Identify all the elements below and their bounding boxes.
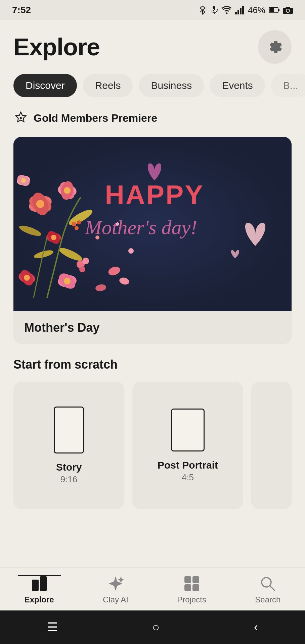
- wifi-icon: [222, 6, 232, 14]
- projects-nav-icon: [183, 575, 201, 592]
- android-back-btn[interactable]: ‹: [254, 620, 258, 634]
- svg-point-46: [77, 220, 81, 224]
- bluetooth-icon: [199, 5, 206, 15]
- clay-ai-nav-icon: [107, 575, 124, 592]
- svg-point-13: [36, 200, 44, 208]
- nav-item-search[interactable]: Search: [248, 575, 287, 604]
- tab-reels[interactable]: Reels: [83, 74, 133, 97]
- story-format-icon: [54, 407, 84, 453]
- post-portrait-label: Post Portrait: [158, 460, 218, 471]
- svg-rect-49: [40, 576, 47, 591]
- svg-point-30: [24, 275, 30, 281]
- page-title: Explore: [13, 33, 100, 61]
- gold-section-title: Gold Members Premiere: [34, 112, 157, 124]
- featured-card-label: Mother's Day: [13, 311, 292, 344]
- svg-point-45: [72, 222, 76, 226]
- scratch-title: Start from scratch: [13, 358, 292, 372]
- tab-business[interactable]: Business: [139, 74, 204, 97]
- tab-more[interactable]: B...: [271, 74, 305, 97]
- settings-button[interactable]: [258, 30, 292, 64]
- post-portrait-ratio: 4:5: [182, 472, 194, 483]
- mothers-day-illustration: HAPPY Mother's day!: [13, 137, 292, 311]
- svg-point-42: [128, 248, 134, 254]
- projects-nav-label: Projects: [177, 595, 206, 604]
- svg-text:Mother's day!: Mother's day!: [85, 216, 197, 238]
- section-header: Gold Members Premiere: [13, 111, 292, 125]
- android-home-btn[interactable]: ○: [152, 620, 160, 634]
- svg-rect-1: [235, 12, 237, 14]
- scratch-card-post-portrait[interactable]: Post Portrait 4:5: [132, 382, 243, 509]
- svg-point-36: [79, 266, 85, 272]
- svg-line-55: [270, 586, 274, 590]
- signal-icon: [235, 6, 245, 14]
- tab-events[interactable]: Events: [210, 74, 265, 97]
- svg-point-20: [51, 235, 56, 240]
- svg-rect-2: [237, 10, 239, 14]
- svg-rect-48: [32, 580, 39, 591]
- explore-nav-icon: [31, 575, 48, 592]
- svg-point-27: [21, 178, 26, 183]
- mute-icon: [210, 5, 218, 15]
- explore-nav-label: Explore: [25, 595, 54, 604]
- story-ratio: 9:16: [60, 474, 78, 485]
- gold-section: Gold Members Premiere: [0, 104, 305, 137]
- nav-item-explore[interactable]: Explore: [18, 575, 61, 604]
- android-nav-bar: ☰ ○ ‹: [0, 610, 305, 644]
- scratch-card-partial: [251, 382, 292, 509]
- gear-icon: [267, 39, 283, 55]
- svg-point-8: [20, 117, 22, 119]
- tabs-container: Discover Reels Business Events B...: [0, 70, 305, 104]
- active-indicator: [18, 575, 61, 576]
- featured-card[interactable]: HAPPY Mother's day! Mother's Day: [13, 137, 292, 344]
- tab-discover[interactable]: Discover: [13, 74, 77, 97]
- search-nav-label: Search: [255, 595, 280, 604]
- svg-rect-51: [192, 576, 199, 583]
- bottom-nav: Explore Clay AI Projects: [0, 567, 305, 610]
- status-icons: 46%: [199, 5, 293, 15]
- featured-image: HAPPY Mother's day!: [13, 137, 292, 311]
- scratch-card-story[interactable]: Story 9:16: [13, 382, 124, 509]
- svg-text:HAPPY: HAPPY: [105, 180, 204, 210]
- svg-rect-53: [192, 584, 199, 591]
- camera-icon: [283, 6, 293, 14]
- nav-item-projects[interactable]: Projects: [170, 575, 213, 604]
- gold-badge-icon: [13, 111, 28, 125]
- svg-rect-50: [184, 576, 191, 583]
- header: Explore: [0, 20, 305, 70]
- clay-ai-nav-label: Clay AI: [103, 595, 128, 604]
- svg-point-35: [82, 258, 89, 264]
- svg-rect-4: [242, 6, 244, 14]
- status-time: 7:52: [12, 5, 31, 15]
- svg-rect-6: [278, 9, 279, 11]
- post-portrait-format-icon: [171, 409, 205, 451]
- svg-point-47: [75, 226, 79, 230]
- svg-point-43: [95, 235, 99, 239]
- scratch-section: Start from scratch Story 9:16 Post Portr…: [0, 344, 305, 516]
- nav-item-clay-ai[interactable]: Clay AI: [96, 575, 135, 604]
- svg-rect-52: [184, 584, 191, 591]
- svg-point-17: [64, 187, 71, 194]
- battery-icon: [269, 6, 279, 14]
- story-label: Story: [56, 462, 82, 473]
- search-nav-icon: [259, 575, 276, 592]
- svg-point-44: [116, 222, 119, 226]
- svg-rect-3: [240, 8, 242, 14]
- svg-point-33: [64, 278, 71, 284]
- status-bar: 7:52 46%: [0, 0, 305, 20]
- battery-text: 46%: [248, 5, 265, 15]
- android-recents-btn[interactable]: ☰: [47, 620, 58, 634]
- svg-rect-7: [269, 8, 274, 12]
- scratch-cards: Story 9:16 Post Portrait 4:5: [13, 382, 292, 509]
